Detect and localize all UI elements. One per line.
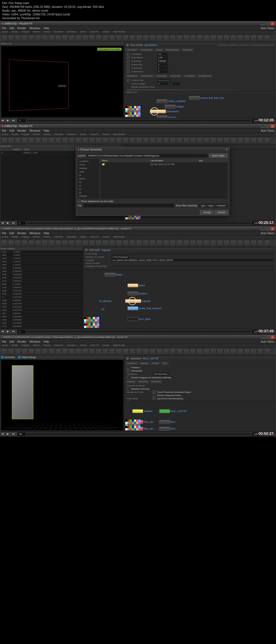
toolbar-icon[interactable] [190,138,196,144]
minimize-button[interactable]: _ [261,124,265,128]
node-label[interactable]: blast1 [116,273,122,276]
color-swatch[interactable] [97,326,99,328]
toolbar-icon[interactable] [177,35,182,41]
tab[interactable]: Shading [125,380,136,383]
cell[interactable]: 4099 [0,309,11,312]
param-check[interactable] [127,63,130,66]
toolbar-icon[interactable] [150,240,156,246]
shelf-tab[interactable]: Animation [65,236,78,239]
toolbar-icon[interactable] [69,240,75,246]
toolbar-icon[interactable] [197,35,203,41]
color-swatch[interactable] [88,317,91,319]
menu-help[interactable]: Help [44,129,49,132]
color-swatch[interactable] [97,317,99,319]
color-swatch[interactable] [134,115,136,117]
color-swatch[interactable] [88,326,91,328]
cell[interactable]: 0.875985 [11,318,23,321]
toolbar-icon[interactable] [183,349,189,355]
toolbar-icon[interactable] [75,349,81,355]
color-swatch[interactable] [138,217,140,219]
cell[interactable]: 0.848649 [11,286,23,289]
cell[interactable]: 0.993893 [11,273,23,276]
timeline-first[interactable]: ⏮ [1,221,6,225]
toolbar-icon[interactable] [28,138,34,144]
color-swatch[interactable] [132,422,134,424]
backface-check[interactable] [127,387,130,390]
cell[interactable]: 0.995263 [11,267,23,270]
network-view[interactable]: resize_container source_fuel_from_box me… [124,94,276,118]
toolbar-icon[interactable] [55,138,61,144]
toolbar-icon[interactable] [170,35,176,41]
location-item[interactable]: $/ [78,173,99,177]
color-swatch[interactable] [130,110,132,113]
timeline-play[interactable]: ▶ [7,221,11,225]
val[interactable] [112,254,273,254]
renderable-check[interactable] [127,369,130,372]
color-swatch[interactable] [91,317,93,319]
menu-windows[interactable]: Windows [29,129,40,132]
toolbar-icon[interactable] [116,35,122,41]
shelf-tab[interactable]: (none) [0,133,10,137]
color-swatch[interactable] [91,321,93,323]
toolbar-icon[interactable] [244,138,250,144]
shelf-tab[interactable]: Character [52,30,65,34]
minimize-button[interactable]: _ [261,22,265,26]
cell[interactable]: 6713 [0,325,11,328]
color-swatch[interactable] [97,321,99,323]
toolbar-icon[interactable] [136,35,142,41]
toolbar-icon[interactable] [237,138,243,144]
cell[interactable]: 0.988223 [11,280,23,282]
param-tab[interactable]: Transform [125,362,138,365]
toolbar-icon[interactable] [35,138,41,144]
color-swatch[interactable] [88,319,91,321]
shelf-tab[interactable]: Texture [42,30,52,34]
param-tab[interactable]: Disturbance [140,74,154,78]
color-swatch[interactable] [95,321,97,323]
color-swatch[interactable] [125,113,127,115]
toolbar-icon[interactable] [96,35,102,41]
timeline-slider[interactable] [27,330,251,333]
shelf-tab[interactable]: Animation [65,30,78,34]
toolbar-icon[interactable] [82,35,88,41]
cell[interactable]: 0.89428 [11,312,22,315]
shelf-tab[interactable]: Grains [78,30,88,34]
toolbar-icon[interactable] [123,240,129,246]
toolbar-icon[interactable] [109,35,115,41]
toolbar-icon[interactable] [203,349,209,355]
param-tab[interactable]: Advanced [181,48,194,52]
toolbar-icon[interactable] [96,240,102,246]
toolbar-icon[interactable] [42,240,48,246]
color-swatch[interactable] [125,426,127,428]
color-swatch[interactable] [134,106,136,108]
color-swatch[interactable] [91,323,93,326]
cell[interactable]: 0.990393 [11,270,23,273]
cell[interactable]: 1.21664 [11,250,22,253]
subd-check[interactable] [127,376,130,379]
color-swatch[interactable] [130,113,132,115]
timeline-first[interactable]: ⏮ [1,119,6,122]
toolbar-icon[interactable] [129,240,135,246]
toolbar-icon[interactable] [244,349,250,355]
param-tab[interactable]: Simulation [125,48,139,52]
node-label[interactable]: fire1 [171,421,175,423]
toolbar-icon[interactable] [15,240,21,246]
color-swatch[interactable] [136,420,138,422]
cell[interactable]: 5013 [0,250,11,253]
shelf-tab[interactable]: Polygon [20,236,31,239]
toolbar-icon[interactable] [210,138,216,144]
color-swatch[interactable] [132,428,134,430]
color-swatch[interactable] [86,323,88,326]
color-swatch[interactable] [93,321,95,323]
toolbar-icon[interactable] [163,240,169,246]
close-button[interactable]: × [270,335,275,339]
toolbar-icon[interactable] [251,240,257,246]
toolbar-icon[interactable] [177,349,182,355]
color-swatch[interactable] [127,106,130,108]
color-swatch[interactable] [95,319,97,321]
color-swatch[interactable] [136,428,138,430]
toolbar-icon[interactable] [257,349,263,355]
toolbar-icon[interactable] [102,35,108,41]
param-tab[interactable]: Shredding [155,74,168,78]
color-swatch[interactable] [84,326,86,328]
col-size[interactable]: Size [197,159,205,162]
